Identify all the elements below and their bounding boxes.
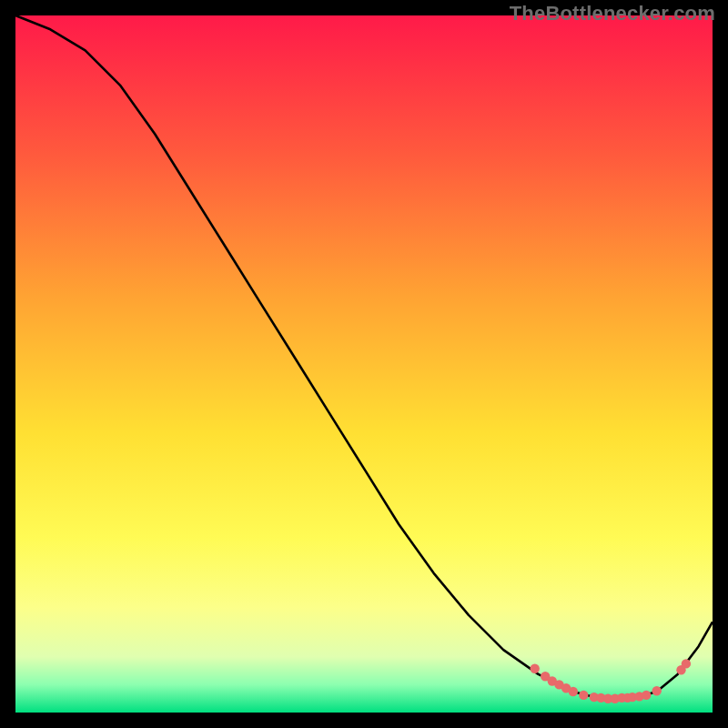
data-point — [579, 691, 588, 700]
watermark-text: TheBottlenecker.com — [510, 2, 715, 25]
data-point — [569, 687, 578, 696]
chart-canvas — [15, 15, 713, 713]
data-point — [531, 664, 540, 673]
data-points — [531, 659, 692, 703]
data-point — [682, 659, 691, 668]
data-point — [652, 686, 662, 695]
bottleneck-curve — [15, 15, 713, 699]
chart-gradient-bg — [15, 15, 713, 713]
data-point — [642, 691, 651, 700]
